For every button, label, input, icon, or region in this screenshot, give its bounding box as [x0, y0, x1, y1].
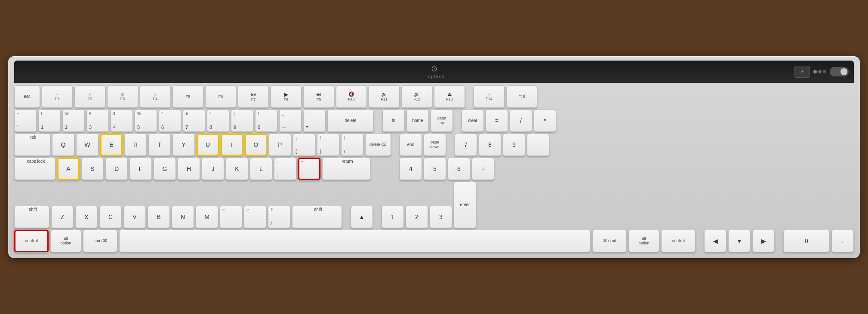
key-numminus[interactable]: − [527, 134, 549, 156]
key-f14[interactable]: ☀ F14 [474, 85, 505, 108]
key-num9[interactable]: 9 [503, 134, 525, 156]
key-f6[interactable]: F6 [205, 85, 236, 108]
key-arrow-left[interactable]: ◀ [704, 230, 726, 252]
key-2[interactable]: @ 2 [62, 110, 85, 132]
key-m[interactable]: M [196, 206, 218, 228]
key-arrow-down[interactable]: ▼ [728, 230, 751, 252]
key-8[interactable]: * 8 [207, 110, 229, 132]
key-r[interactable]: R [124, 134, 147, 156]
key-d[interactable]: D [105, 158, 128, 180]
key-k[interactable]: K [226, 158, 248, 180]
key-s[interactable]: S [81, 158, 104, 180]
key-h[interactable]: H [178, 158, 200, 180]
key-num5[interactable]: 5 [424, 158, 446, 180]
key-fn[interactable]: fn [382, 110, 405, 132]
key-f4[interactable]: ① F4 [140, 85, 171, 108]
key-num4[interactable]: 4 [400, 158, 422, 180]
key-l[interactable]: L [250, 158, 272, 180]
key-v[interactable]: V [123, 206, 146, 228]
key-slash[interactable]: ? / [268, 206, 290, 228]
key-c[interactable]: C [99, 206, 122, 228]
key-tab[interactable]: tab [14, 134, 50, 156]
key-f11[interactable]: 🔉 F11 [369, 85, 400, 108]
key-quote[interactable]: " ' [298, 158, 320, 180]
key-option-right[interactable]: altoption [628, 230, 659, 252]
key-num8[interactable]: 8 [479, 134, 501, 156]
key-return[interactable]: return [322, 158, 370, 180]
key-nummultiply[interactable]: * [534, 110, 556, 132]
key-control-left[interactable]: control [14, 230, 49, 252]
key-option-left[interactable]: altoption [50, 230, 81, 252]
key-f[interactable]: F [129, 158, 152, 180]
key-numdecimal[interactable]: . [831, 230, 854, 252]
key-period[interactable]: > . [244, 206, 266, 228]
key-shift-right[interactable]: shift [292, 206, 342, 228]
key-arrow-right[interactable]: ▶ [752, 230, 775, 252]
key-minus[interactable]: _ — [279, 110, 302, 132]
key-backslash[interactable]: | \ [341, 134, 363, 156]
key-y[interactable]: Y [172, 134, 195, 156]
key-capslock[interactable]: caps lock [14, 158, 55, 180]
key-i[interactable]: I [221, 134, 243, 156]
key-0[interactable]: ) 0 [255, 110, 277, 132]
key-e[interactable]: E [100, 134, 123, 156]
key-f8[interactable]: ▶ F8 [271, 85, 302, 108]
key-tilde[interactable]: ~ ` [14, 110, 37, 132]
key-home[interactable]: home [406, 110, 429, 132]
key-num3[interactable]: 3 [430, 206, 452, 228]
key-num2[interactable]: 2 [406, 206, 428, 228]
key-f10[interactable]: 🔇 F10 [336, 85, 367, 108]
key-control-right[interactable]: control [661, 230, 696, 252]
key-g[interactable]: G [154, 158, 176, 180]
key-end[interactable]: end [400, 134, 422, 156]
key-numequals[interactable]: = [486, 110, 508, 132]
key-delete[interactable]: delete [327, 110, 374, 132]
key-arrow-up[interactable]: ▲ [351, 206, 373, 228]
key-shift-left[interactable]: shift [14, 206, 49, 228]
key-9[interactable]: ( 9 [231, 110, 253, 132]
key-cmd-left[interactable]: cmd ⌘ [83, 230, 117, 252]
key-j[interactable]: J [202, 158, 224, 180]
key-f3[interactable]: ⊞ F3 [107, 85, 138, 108]
key-q[interactable]: Q [52, 134, 74, 156]
key-f9[interactable]: ⏭ F9 [303, 85, 334, 108]
brightness-btn[interactable]: ☀ [794, 66, 810, 78]
key-a[interactable]: A [57, 158, 80, 180]
key-f12[interactable]: 🔊 F12 [401, 85, 432, 108]
key-u[interactable]: U [197, 134, 219, 156]
key-3[interactable]: # 3 [86, 110, 109, 132]
key-o[interactable]: O [245, 134, 267, 156]
key-n[interactable]: N [172, 206, 194, 228]
power-toggle[interactable] [830, 67, 849, 76]
key-f15[interactable]: F15 [506, 85, 537, 108]
key-f13[interactable]: ⏏ F13 [434, 85, 465, 108]
key-rbracket[interactable]: } ] [317, 134, 339, 156]
key-f1[interactable]: ✳ F1 [42, 85, 73, 108]
key-w[interactable]: W [76, 134, 98, 156]
key-numclear[interactable]: clear [462, 110, 484, 132]
key-num7[interactable]: 7 [455, 134, 477, 156]
key-numenter[interactable]: enter [454, 182, 476, 228]
key-5[interactable]: % 5 [135, 110, 157, 132]
key-x[interactable]: X [75, 206, 98, 228]
key-f5[interactable]: F5 [172, 85, 203, 108]
key-cmd-right[interactable]: ⌘ cmd [592, 230, 627, 252]
key-equals[interactable]: + = [303, 110, 326, 132]
key-6[interactable]: ^ 6 [159, 110, 181, 132]
key-f2[interactable]: ✳ F2 [74, 85, 105, 108]
key-f7[interactable]: ⏮ F7 [238, 85, 269, 108]
key-z[interactable]: Z [51, 206, 74, 228]
key-delete-fwd[interactable]: delete ⌫ [365, 134, 391, 156]
key-numplus[interactable]: + [472, 158, 494, 180]
key-num1[interactable]: 1 [382, 206, 404, 228]
key-4[interactable]: $ 4 [111, 110, 133, 132]
key-comma[interactable]: < , [220, 206, 242, 228]
key-7[interactable]: & 7 [183, 110, 205, 132]
key-lbracket[interactable]: { [ [293, 134, 315, 156]
key-pageup[interactable]: pageup [431, 110, 453, 132]
key-p[interactable]: P [269, 134, 291, 156]
key-semicolon[interactable]: : ; [274, 158, 296, 180]
key-numdivide[interactable]: / [510, 110, 532, 132]
key-num6[interactable]: 6 [448, 158, 470, 180]
key-1[interactable]: ! 1 [38, 110, 61, 132]
